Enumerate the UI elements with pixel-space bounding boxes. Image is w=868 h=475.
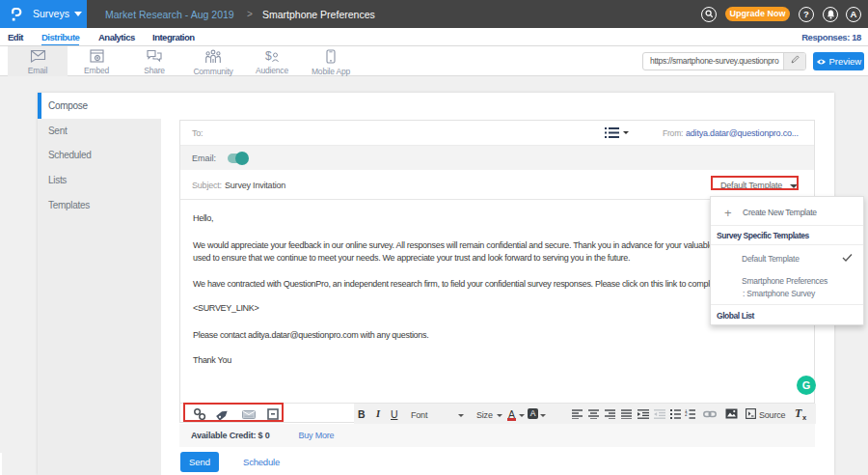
svg-text:2: 2 <box>685 412 688 417</box>
svg-text:$: $ <box>265 49 272 63</box>
